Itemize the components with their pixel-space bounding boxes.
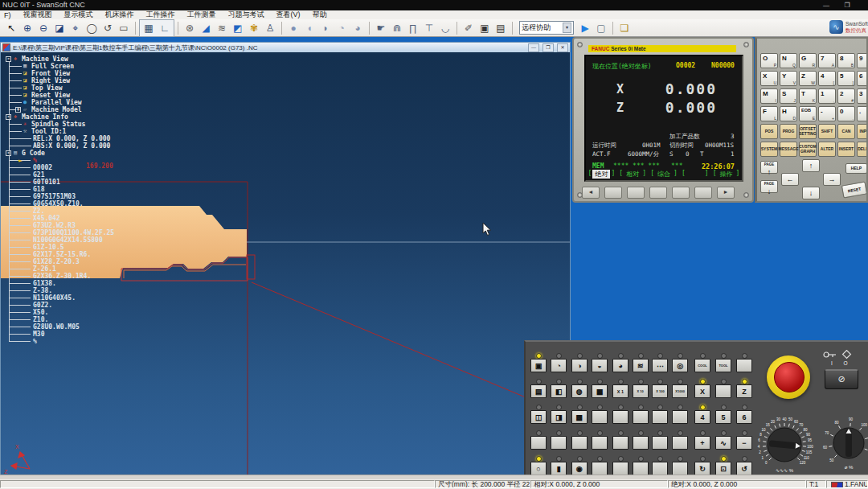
key-insert[interactable]: INSERT xyxy=(837,142,855,157)
spring-icon[interactable]: ≋ xyxy=(214,20,230,36)
panel-button-B30[interactable] xyxy=(612,436,628,450)
zoom-out-icon[interactable]: ⊖ xyxy=(35,20,51,36)
key-system[interactable]: SYSTEM xyxy=(760,142,778,157)
gcode-line[interactable]: X45.042 xyxy=(4,215,197,222)
tree-item[interactable]: -▤G Code xyxy=(4,150,197,157)
panel-button-B10-X 1[interactable]: X 1 xyxy=(612,384,628,398)
key-Z[interactable]: ZW xyxy=(799,71,817,86)
panel-button-B22[interactable] xyxy=(652,410,668,424)
panel-button-C02[interactable] xyxy=(736,359,752,372)
pointer-icon[interactable]: ↖ xyxy=(3,20,19,36)
stock-2-icon[interactable]: ◖ xyxy=(301,20,317,36)
panel-button-A00[interactable]: ▣ xyxy=(530,359,547,372)
tree-item[interactable]: -❖Machine View xyxy=(4,55,197,63)
panel-button-B03[interactable]: ◎ xyxy=(672,359,688,372)
key-can[interactable]: CAN xyxy=(837,124,855,139)
measure-menu-icon[interactable]: ✐ xyxy=(461,20,477,36)
gcode-line[interactable]: M30 xyxy=(4,331,197,338)
screen-icon[interactable]: ▢ xyxy=(593,20,609,36)
panel-button-A11[interactable]: ◧ xyxy=(551,384,567,398)
zoom-in-icon[interactable]: ⊕ xyxy=(19,20,35,36)
gcode-line[interactable]: G28U0.W0.M05 xyxy=(4,323,197,331)
key-5[interactable]: 5] xyxy=(837,71,855,86)
3d-view[interactable]: X Z -❖Machine View▦Full Screen◪Front Vie… xyxy=(1,52,570,478)
key-page-down[interactable]: PAGE↓ xyxy=(760,180,778,193)
orbit-icon[interactable]: ◯ xyxy=(84,20,100,36)
key-F[interactable]: FL xyxy=(760,106,778,121)
softkey-2[interactable]: [综合] xyxy=(650,170,678,179)
key-G[interactable]: GR xyxy=(799,53,817,68)
gcode-line[interactable]: G1X38. xyxy=(4,280,197,287)
panel-button-A01[interactable]: ◔ xyxy=(551,359,567,372)
status-panel-select[interactable]: 1.FANUC 0i-T标准面板 xyxy=(826,480,868,488)
tree-item[interactable]: ◪Right View xyxy=(4,77,197,84)
gcode-line[interactable]: G0G54X50.Z10. xyxy=(4,200,197,208)
operator-icon[interactable]: ♙ xyxy=(262,20,278,36)
panel-button-A10[interactable]: ▤ xyxy=(530,384,547,398)
softkey-4[interactable]: [操作] xyxy=(713,170,740,179)
panel-button-C30-+[interactable]: + xyxy=(694,436,710,450)
panel-button-C40[interactable]: ↻ xyxy=(694,462,710,475)
key-custom-graph[interactable]: CUSTOMGRAPH xyxy=(799,142,817,157)
gcode-line[interactable]: N110G40X45. xyxy=(4,294,197,302)
spindle-override-knob[interactable]: 5060708090100110120⌀ % xyxy=(823,417,868,470)
tree-expand-toggle[interactable]: + xyxy=(15,107,21,113)
tree-item[interactable]: ◪Reset View xyxy=(4,92,197,99)
key-page-up[interactable]: PAGE↑ xyxy=(760,161,778,174)
gcode-line[interactable]: G2X36.Z-30.1R4. xyxy=(4,273,197,280)
panel-button-C10-X[interactable]: X xyxy=(694,384,710,398)
crt-softkey-button-1[interactable] xyxy=(604,187,622,199)
panel-button-C21-5[interactable]: 5 xyxy=(715,410,731,424)
key-help[interactable]: HELP xyxy=(845,163,867,174)
feed-override-knob[interactable]: 0124681015203040506070809095100105110120… xyxy=(758,417,813,474)
panel-button-A42[interactable]: ◉ xyxy=(571,462,588,475)
panel-button-A02[interactable]: ◑ xyxy=(571,359,588,372)
flower-icon[interactable]: ✾ xyxy=(246,20,262,36)
key-6[interactable]: 6SP xyxy=(857,71,868,86)
panel-button-C31-∿[interactable]: ∿ xyxy=(715,436,731,450)
panel-button-C01-TOOL[interactable]: TOOL xyxy=(715,359,731,372)
doc-close-button[interactable]: ✕ xyxy=(557,43,568,52)
machine-icon[interactable]: ⊛ xyxy=(182,20,198,36)
key-message[interactable]: MESSAGE xyxy=(780,142,797,157)
stock-5-icon[interactable]: ◕ xyxy=(350,20,366,36)
gcode-line[interactable]: % xyxy=(4,338,197,345)
gcode-line[interactable]: G73P100Q1100.4W.2F.25 xyxy=(4,229,197,236)
gcode-line[interactable]: Z10. xyxy=(4,316,197,323)
panel-button-C20-4[interactable]: 4 xyxy=(694,410,710,424)
gcode-line[interactable]: G1X28.Z-20.3 xyxy=(4,258,197,265)
key-shift[interactable]: SHIFT xyxy=(818,124,836,139)
panel-button-B23[interactable] xyxy=(672,410,688,424)
panel-button-A30[interactable] xyxy=(530,436,547,450)
panel-button-B33[interactable] xyxy=(672,436,688,450)
stock-3-icon[interactable]: ◗ xyxy=(317,20,334,36)
panel-button-C00-COOL[interactable]: COOL xyxy=(694,359,710,372)
select-rect-icon[interactable]: ▭ xyxy=(116,20,132,36)
crt-softkey-button-2[interactable] xyxy=(627,187,645,199)
key-1[interactable]: 1, xyxy=(818,88,836,104)
panel-button-C42[interactable]: ↺ xyxy=(736,462,752,475)
gcode-line[interactable]: G2X17.5Z-15.R6. xyxy=(4,251,197,258)
crt-softkey-button-4[interactable] xyxy=(672,187,690,199)
key-arrow-down[interactable]: ↓ xyxy=(802,187,820,199)
softkey-1[interactable]: [相对] xyxy=(619,170,646,179)
panel-button-B21[interactable] xyxy=(633,410,649,424)
crt-softkey-button-3[interactable] xyxy=(649,187,667,199)
panel-button-B40[interactable] xyxy=(612,462,628,475)
key-8[interactable]: 8B xyxy=(837,53,855,68)
key-delete[interactable]: DELETE xyxy=(857,142,868,157)
panel-button-B42[interactable] xyxy=(652,462,668,475)
key-0[interactable]: 0. xyxy=(837,106,855,121)
key-9[interactable]: 9C xyxy=(857,53,868,68)
gcode-line[interactable]: Z2. xyxy=(4,208,197,215)
stock-4-icon[interactable]: ◔ xyxy=(334,20,350,36)
gcode-line[interactable]: N100G0G42X14.5S800 xyxy=(4,236,197,244)
key-7[interactable]: 7A xyxy=(818,53,836,68)
tree-item[interactable]: REL:X 0.000, Z 0.000 xyxy=(4,135,197,142)
panel-button-C22-6[interactable]: 6 xyxy=(736,410,752,424)
key-X[interactable]: XU xyxy=(760,71,778,86)
rotate-icon[interactable]: ↺ xyxy=(100,20,116,36)
gcode-line[interactable]: G1Z-10.5 xyxy=(4,244,197,251)
panel-button-C12-Z[interactable]: Z xyxy=(736,384,752,398)
key-arrow-right[interactable]: → xyxy=(823,173,841,186)
